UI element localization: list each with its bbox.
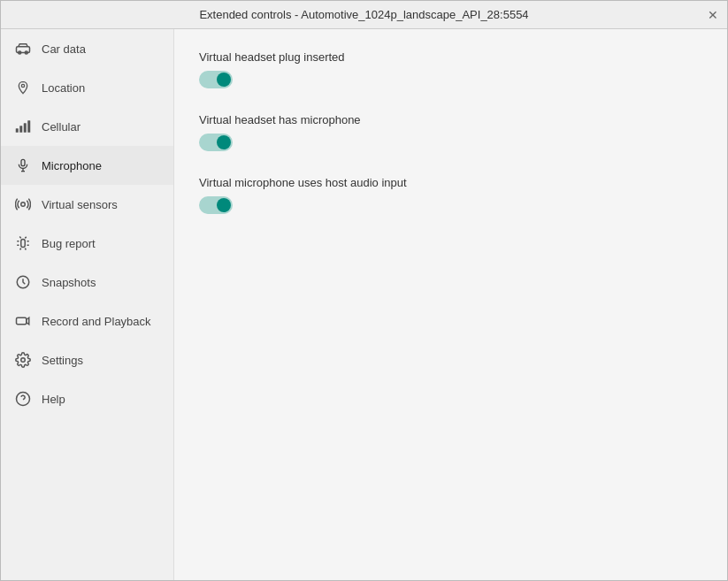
sidebar-item-location[interactable]: Location xyxy=(1,68,173,107)
sidebar-item-bug-report[interactable]: Bug report xyxy=(1,224,173,263)
sidebar-item-car-data[interactable]: Car data xyxy=(1,29,173,68)
svg-point-11 xyxy=(21,203,26,207)
svg-rect-4 xyxy=(16,128,19,133)
svg-point-3 xyxy=(21,84,24,87)
sidebar-item-snapshots[interactable]: Snapshots xyxy=(1,263,173,302)
svg-rect-7 xyxy=(27,120,30,133)
car-icon xyxy=(15,41,31,57)
bug-icon xyxy=(15,235,31,251)
main-content: Virtual headset plug inserted Virtual he… xyxy=(174,29,727,580)
toggle-headset-plug[interactable] xyxy=(199,71,233,88)
sidebar-item-cellular[interactable]: Cellular xyxy=(1,107,173,146)
toggle-track-headset-plug xyxy=(199,71,233,88)
window: Extended controls - Automotive_1024p_lan… xyxy=(0,0,728,581)
sidebar-label-settings: Settings xyxy=(42,354,83,367)
sidebar-label-bug-report: Bug report xyxy=(42,237,96,250)
toggle-track-headset-microphone xyxy=(199,134,233,151)
snapshots-icon xyxy=(15,274,31,290)
toggle-row-headset-plug: Virtual headset plug inserted xyxy=(199,50,702,88)
sidebar-item-record-playback[interactable]: Record and Playback xyxy=(1,302,173,340)
toggle-row-headset-microphone: Virtual headset has microphone xyxy=(199,113,702,151)
sidebar-item-settings[interactable]: Settings xyxy=(1,340,173,379)
toggle-row-host-audio: Virtual microphone uses host audio input xyxy=(199,176,702,214)
sidebar-label-cellular: Cellular xyxy=(42,120,80,134)
location-icon xyxy=(15,80,31,96)
record-icon xyxy=(15,313,31,329)
sidebar-item-virtual-sensors[interactable]: Virtual sensors xyxy=(1,185,173,224)
titlebar: Extended controls - Automotive_1024p_lan… xyxy=(1,1,727,29)
toggle-label-host-audio: Virtual microphone uses host audio input xyxy=(199,176,702,189)
sidebar-item-help[interactable]: Help xyxy=(1,379,173,418)
sidebar-label-car-data: Car data xyxy=(42,42,86,56)
microphone-icon xyxy=(15,157,31,173)
svg-rect-13 xyxy=(17,317,27,325)
sidebar-label-record-playback: Record and Playback xyxy=(42,315,151,328)
toggle-label-headset-plug: Virtual headset plug inserted xyxy=(199,50,702,64)
close-button[interactable]: ✕ xyxy=(706,8,720,22)
sidebar-label-help: Help xyxy=(42,393,65,406)
cellular-icon xyxy=(15,118,31,134)
toggle-track-host-audio xyxy=(199,196,233,214)
svg-rect-8 xyxy=(21,159,25,165)
sidebar-label-snapshots: Snapshots xyxy=(42,276,96,289)
sidebar-item-microphone[interactable]: Microphone xyxy=(1,146,173,185)
toggle-label-headset-microphone: Virtual headset has microphone xyxy=(199,113,702,126)
settings-icon xyxy=(15,352,31,368)
sidebar-label-microphone: Microphone xyxy=(42,159,102,172)
toggle-thumb-host-audio xyxy=(217,198,231,212)
sensors-icon xyxy=(15,196,31,212)
svg-rect-6 xyxy=(24,123,27,133)
toggle-host-audio[interactable] xyxy=(199,196,233,214)
toggle-thumb-headset-microphone xyxy=(217,135,231,149)
sidebar-label-virtual-sensors: Virtual sensors xyxy=(42,198,118,211)
help-icon xyxy=(15,391,31,407)
content-area: Car data Location xyxy=(1,29,727,580)
svg-rect-5 xyxy=(19,126,22,133)
svg-marker-14 xyxy=(27,317,29,325)
toggle-headset-microphone[interactable] xyxy=(199,134,233,151)
sidebar: Car data Location xyxy=(1,29,174,580)
window-title: Extended controls - Automotive_1024p_lan… xyxy=(199,8,528,21)
titlebar-controls: ✕ xyxy=(706,8,720,22)
svg-point-15 xyxy=(21,358,26,363)
toggle-thumb-headset-plug xyxy=(217,73,231,87)
sidebar-label-location: Location xyxy=(42,81,85,95)
